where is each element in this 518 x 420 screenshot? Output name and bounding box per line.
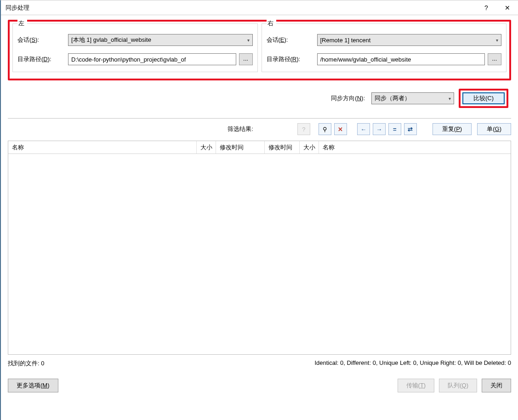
chevron-down-icon: ▾ bbox=[496, 38, 498, 43]
clear-filter-button[interactable]: ✕ bbox=[334, 123, 347, 135]
right-legend: 右 bbox=[267, 19, 276, 28]
equal-icon[interactable]: = bbox=[388, 123, 401, 135]
right-path-input[interactable] bbox=[317, 53, 485, 65]
right-browse-button[interactable]: ... bbox=[488, 53, 501, 65]
left-session-label: 会话(S): bbox=[17, 36, 68, 44]
pin-icon[interactable]: ⚲ bbox=[319, 123, 331, 135]
left-session-value: [本地 1] gvlab_official_website bbox=[71, 36, 151, 44]
window-title: 同步处理 bbox=[6, 4, 476, 12]
table-header: 名称 大小 修改时间 修改时间 大小 名称 bbox=[8, 141, 511, 154]
transfer-button[interactable]: 传输(T) bbox=[398, 379, 435, 392]
left-path-label: 目录路径(D): bbox=[17, 55, 68, 63]
chevron-down-icon: ▾ bbox=[247, 38, 250, 43]
content: 左 会话(S): [本地 1] gvlab_official_website ▾… bbox=[1, 15, 518, 108]
col-name-left[interactable]: 名称 bbox=[8, 141, 197, 153]
col-name-right[interactable]: 名称 bbox=[319, 141, 511, 153]
sync-direction-combo[interactable]: 同步（两者） ▾ bbox=[371, 92, 454, 104]
col-mtime-left[interactable]: 修改时间 bbox=[216, 141, 265, 153]
sync-direction-value: 同步（两者） bbox=[375, 94, 410, 102]
sessions-highlight: 左 会话(S): [本地 1] gvlab_official_website ▾… bbox=[8, 20, 511, 80]
help-button[interactable]: ? bbox=[476, 0, 497, 15]
right-path-label: 目录路径(R): bbox=[267, 55, 317, 63]
titlebar: 同步处理 ? ✕ bbox=[1, 0, 518, 15]
left-path-row: 目录路径(D): ... bbox=[17, 53, 253, 65]
right-panel: 右 会话(E): [Remote 1] tencent ▾ 目录路径(R): .… bbox=[262, 23, 507, 72]
sync-row: 同步方向(N): 同步（两者） ▾ 比较(C) bbox=[8, 89, 511, 108]
repeat-button[interactable]: 重复(P) bbox=[433, 123, 472, 135]
left-path-input[interactable] bbox=[68, 53, 236, 65]
left-browse-button[interactable]: ... bbox=[239, 53, 253, 65]
queue-button[interactable]: 队列(Q) bbox=[439, 379, 477, 392]
left-arrow-icon[interactable]: ← bbox=[357, 123, 370, 135]
results-table: 名称 大小 修改时间 修改时间 大小 名称 bbox=[8, 141, 511, 355]
found-row: 找到的文件: 0 Identical: 0, Different: 0, Uni… bbox=[1, 355, 518, 368]
right-path-row: 目录路径(R): ... bbox=[267, 53, 502, 65]
single-button[interactable]: 单(G) bbox=[477, 123, 511, 135]
sync-direction-label: 同步方向(N): bbox=[331, 94, 365, 102]
found-summary: Identical: 0, Different: 0, Unique Left:… bbox=[44, 359, 511, 368]
panels: 左 会话(S): [本地 1] gvlab_official_website ▾… bbox=[10, 22, 509, 79]
col-mtime-right[interactable]: 修改时间 bbox=[265, 141, 300, 153]
left-legend: 左 bbox=[17, 19, 27, 28]
left-session-row: 会话(S): [本地 1] gvlab_official_website ▾ bbox=[17, 34, 253, 46]
left-session-combo[interactable]: [本地 1] gvlab_official_website ▾ bbox=[68, 34, 253, 46]
filter-label: 筛选结果: bbox=[8, 125, 295, 133]
compare-highlight: 比较(C) bbox=[459, 89, 508, 108]
filter-help-button[interactable]: ? bbox=[297, 123, 310, 135]
left-panel: 左 会话(S): [本地 1] gvlab_official_website ▾… bbox=[12, 23, 258, 72]
right-session-combo[interactable]: [Remote 1] tencent ▾ bbox=[317, 34, 502, 46]
right-session-value: [Remote 1] tencent bbox=[320, 37, 371, 44]
filter-row: 筛选结果: ? ⚲ ✕ ← → = ⇄ 重复(P) 单(G) bbox=[1, 119, 518, 135]
close-button[interactable]: ✕ bbox=[497, 0, 518, 15]
col-size-right[interactable]: 大小 bbox=[300, 141, 319, 153]
col-size-left[interactable]: 大小 bbox=[197, 141, 216, 153]
bottom-row: 更多选项(M) 传输(T) 队列(Q) 关闭 bbox=[1, 368, 518, 392]
right-session-label: 会话(E): bbox=[267, 36, 317, 44]
diff-icon[interactable]: ⇄ bbox=[404, 123, 417, 135]
more-options-button[interactable]: 更多选项(M) bbox=[8, 379, 58, 392]
chevron-down-icon: ▾ bbox=[449, 96, 451, 101]
found-count: 找到的文件: 0 bbox=[8, 359, 44, 368]
right-session-row: 会话(E): [Remote 1] tencent ▾ bbox=[267, 34, 502, 46]
compare-button[interactable]: 比较(C) bbox=[462, 92, 505, 104]
close-dialog-button[interactable]: 关闭 bbox=[482, 379, 511, 392]
right-arrow-icon[interactable]: → bbox=[373, 123, 386, 135]
